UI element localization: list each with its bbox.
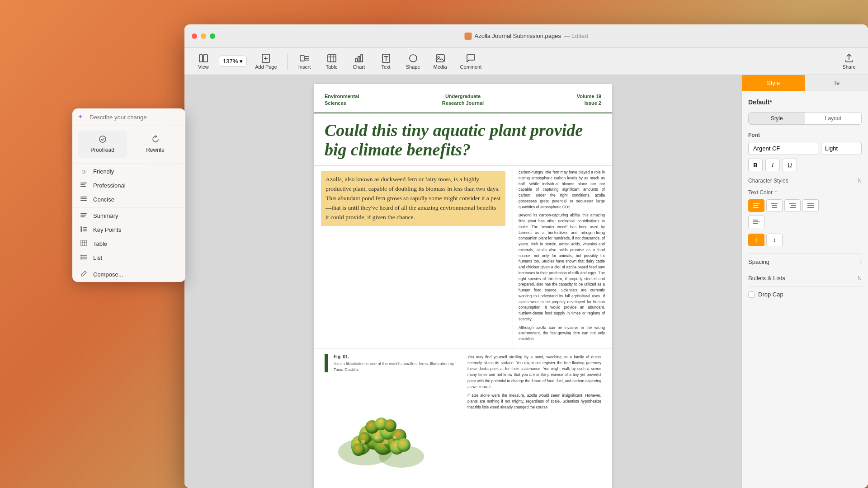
svg-rect-68 [80,216,85,217]
figure-body-text: You may find yourself strolling by a pon… [467,354,601,474]
align-right-button[interactable] [784,199,801,212]
menu-item-compose[interactable]: Compose... [72,267,185,282]
indent-decrease-button[interactable] [748,216,764,228]
svg-point-38 [397,438,410,452]
valign-top-button[interactable]: ↑ [748,234,764,246]
char-styles-label: Character Styles [748,178,788,184]
spacing-label: Spacing [748,258,769,265]
svg-rect-63 [80,197,87,197]
rewrite-button[interactable]: Rewrite [131,131,180,158]
panel-tabs: Style Te [742,75,868,91]
menu-item-list[interactable]: List [72,251,185,265]
bullets-lists-section[interactable]: Bullets & Lists N [748,270,862,286]
article-main: Azolla, also known as duckweed fern or f… [314,166,513,348]
chart-icon [354,53,364,63]
share-label: Share [842,64,855,70]
menu-divider-3 [72,266,185,266]
font-name-input[interactable]: Argent CF [748,142,818,155]
align-justify-button[interactable] [802,199,819,212]
view-button[interactable]: View [192,52,215,71]
add-page-button[interactable]: Add Page [250,52,281,71]
article-body: Azolla, also known as duckweed fern or f… [314,166,612,348]
shape-icon [408,53,418,63]
document-page: Environmental Sciences Undergraduate Res… [314,84,612,488]
dropcap-checkbox[interactable] [748,291,755,298]
share-button[interactable]: Share [837,52,861,71]
svg-rect-67 [80,215,86,216]
menu-divider-1 [72,163,185,164]
article-sidebar: carbon-hungry little fern may have playe… [513,166,612,348]
fullscreen-button[interactable] [210,33,215,39]
text-label: Text [381,64,390,70]
svg-point-19 [410,55,417,62]
align-center-button[interactable] [766,199,783,212]
chart-button[interactable]: Chart [347,52,371,71]
titlebar: Azolla Journal Submission.pages — Edited [184,24,868,48]
spacing-chevron: › [860,259,862,265]
svg-rect-1 [203,55,208,62]
table-icon [327,53,337,63]
spacing-section[interactable]: Spacing › [748,253,862,270]
svg-point-39 [361,440,365,444]
svg-point-59 [99,136,106,142]
svg-rect-20 [436,55,444,62]
proofread-button[interactable]: Proofread [78,131,127,158]
zoom-value: 137% [223,58,238,65]
azolla-plant-image [325,375,451,474]
close-button[interactable] [192,33,197,39]
align-left-button[interactable] [748,199,764,212]
style-tab[interactable]: Style [749,113,805,124]
menu-item-professional[interactable]: Professional [72,178,185,192]
svg-rect-72 [83,229,87,230]
menu-label-table: Table [93,240,107,247]
menu-label-friendly: Friendly [93,168,114,175]
table-button[interactable]: Table [320,52,344,71]
friendly-icon: ☺ [80,168,88,175]
insert-label: Insert [298,64,311,70]
media-label: Media [434,64,447,70]
document-status: — Edited [564,33,588,39]
zoom-control[interactable]: 137% ▾ [219,56,247,67]
italic-button[interactable]: I [765,159,780,171]
menu-label-keypoints: Key Points [93,226,121,233]
menu-item-table[interactable]: Table [72,237,185,251]
svg-rect-9 [328,55,336,62]
journal-header-left-text: Environmental Sciences [325,93,417,107]
menu-label-compose: Compose... [93,271,123,278]
svg-rect-5 [300,56,304,61]
underline-button[interactable]: U [783,159,797,171]
ai-panel: ✦ Proofread Rewrite ☺ Friendly [72,108,185,282]
figure-label: Fig. 01. [334,354,460,359]
body-text-1: You may find yourself strolling by a pon… [467,354,601,390]
svg-point-82 [80,255,82,256]
chart-label: Chart [353,64,365,70]
menu-item-keypoints[interactable]: Key Points [72,223,185,237]
svg-point-84 [80,258,82,260]
menu-item-concise[interactable]: Concise [72,192,185,206]
minimize-button[interactable] [201,33,206,39]
menu-item-summary[interactable]: Summary [72,209,185,223]
shape-button[interactable]: Shape [401,52,425,71]
figure-caption: Azolla filiculoides is one of the world'… [334,361,460,372]
tab-text[interactable]: Te [805,75,868,91]
table-label: Table [326,64,337,70]
layout-tab[interactable]: Layout [805,113,862,124]
document-area[interactable]: Environmental Sciences Undergraduate Res… [184,75,741,488]
media-button[interactable]: Media [429,52,452,71]
svg-point-40 [375,436,378,439]
highlighted-paragraph[interactable]: Azolla, also known as duckweed fern or f… [321,171,505,226]
menu-item-friendly[interactable]: ☺ Friendly [72,164,185,178]
insert-button[interactable]: Insert [293,52,316,71]
article-title[interactable]: Could this tiny aquatic plant provide bi… [325,121,601,160]
comment-button[interactable]: Comment [456,52,486,71]
text-button[interactable]: Text [374,52,398,71]
font-style-input[interactable]: Light [821,142,862,155]
svg-rect-15 [361,55,363,62]
text-color-label: Text Color ⌃ [748,189,862,196]
ai-change-input[interactable] [90,114,180,121]
add-page-label: Add Page [255,64,277,70]
bold-button[interactable]: B [748,159,763,171]
ai-input-row: ✦ [72,108,185,126]
valign-middle-button[interactable]: ↕ [766,234,783,246]
tab-style[interactable]: Style [742,75,805,91]
